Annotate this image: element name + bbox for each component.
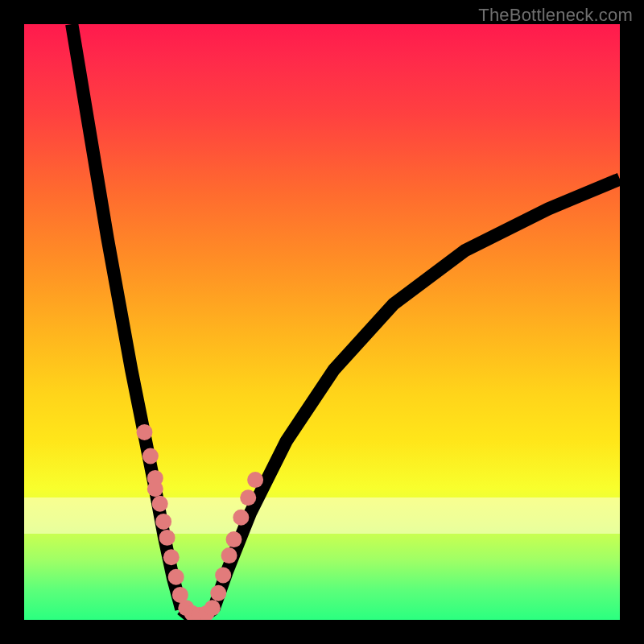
marker-dot xyxy=(163,549,180,565)
marker-dot xyxy=(168,569,184,585)
marker-dot xyxy=(210,585,226,601)
marker-dot xyxy=(221,547,237,564)
watermark-text: TheBottleneck.com xyxy=(478,5,633,26)
marker-dot xyxy=(247,472,263,488)
marker-dot xyxy=(136,424,152,440)
marker-dot xyxy=(155,514,171,530)
curve-right-branch xyxy=(213,179,620,609)
marker-dot xyxy=(152,496,168,512)
marker-dot xyxy=(240,489,256,506)
marker-dot xyxy=(204,600,221,616)
marker-dot xyxy=(233,510,249,526)
chart-svg xyxy=(24,24,620,620)
marker-dot xyxy=(215,568,231,584)
marker-dot xyxy=(225,531,242,547)
marker-dot xyxy=(147,481,163,497)
chart-plot-area xyxy=(24,24,620,620)
marker-dot xyxy=(159,530,175,546)
chart-frame: TheBottleneck.com xyxy=(0,0,644,644)
marker-dot xyxy=(142,448,159,464)
